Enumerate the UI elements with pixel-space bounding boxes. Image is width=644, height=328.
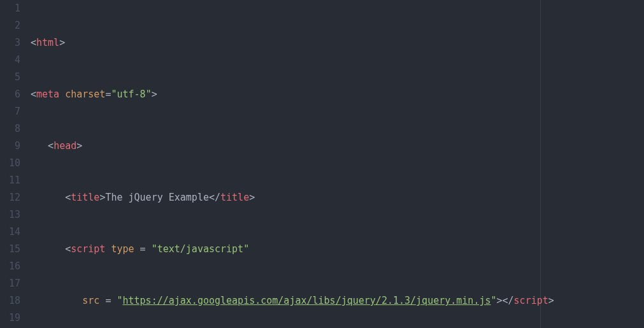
string: "utf-8" bbox=[111, 89, 151, 100]
punct: > bbox=[59, 37, 65, 48]
attr-name: src bbox=[82, 295, 99, 306]
punct: </ bbox=[503, 295, 514, 306]
tag-name: title bbox=[71, 192, 99, 203]
line-number: 15 bbox=[0, 241, 20, 258]
code-editor[interactable]: <html> <meta charset="utf-8"> <head> <ti… bbox=[31, 0, 554, 328]
indent bbox=[31, 140, 48, 152]
line-number: 5 bbox=[0, 69, 20, 86]
line-number: 2 bbox=[0, 17, 20, 34]
tag-name: script bbox=[71, 243, 105, 255]
indent bbox=[31, 295, 82, 306]
punct: > bbox=[548, 295, 554, 306]
line-number: 4 bbox=[0, 52, 20, 69]
code-line[interactable]: <script type = "text/javascript" bbox=[31, 241, 554, 258]
punct: </ bbox=[209, 192, 220, 203]
tag-name: script bbox=[514, 295, 548, 306]
line-number: 3 bbox=[0, 34, 20, 52]
line-number: 7 bbox=[0, 103, 20, 120]
punct: < bbox=[65, 243, 71, 255]
indent bbox=[31, 192, 65, 203]
tag-name: title bbox=[220, 192, 249, 203]
punct: < bbox=[31, 37, 36, 48]
punct: = bbox=[99, 295, 117, 306]
code-line[interactable]: <meta charset="utf-8"> bbox=[31, 86, 554, 103]
code-line[interactable]: <title>The jQuery Example</title> bbox=[31, 189, 554, 206]
punct: < bbox=[65, 192, 71, 203]
tag-name: meta bbox=[36, 89, 59, 100]
indent bbox=[31, 243, 65, 255]
punct: < bbox=[48, 140, 54, 152]
line-number: 6 bbox=[0, 86, 20, 103]
tag-name: head bbox=[54, 140, 76, 152]
punct: < bbox=[31, 89, 36, 100]
line-number: 8 bbox=[0, 120, 20, 138]
line-number: 14 bbox=[0, 224, 20, 241]
line-number: 18 bbox=[0, 292, 20, 310]
punct: = bbox=[134, 243, 152, 255]
line-number: 9 bbox=[0, 138, 20, 155]
line-number: 13 bbox=[0, 206, 20, 224]
line-number: 11 bbox=[0, 172, 20, 189]
code-line[interactable]: src = "https://ajax.googleapis.com/ajax/… bbox=[31, 292, 554, 310]
string: "text/javascript" bbox=[152, 243, 250, 255]
attr-name: charset bbox=[65, 89, 105, 100]
line-number: 19 bbox=[0, 310, 20, 327]
punct: > bbox=[152, 89, 157, 100]
line-number: 16 bbox=[0, 258, 20, 275]
line-number: 17 bbox=[0, 275, 20, 292]
space bbox=[59, 89, 65, 100]
line-number: 10 bbox=[0, 155, 20, 172]
punct: > bbox=[76, 140, 82, 152]
text-content: The jQuery Example bbox=[105, 192, 209, 203]
line-number-gutter: 1 2 3 4 5 6 7 8 9 10 11 12 13 14 15 16 1… bbox=[0, 0, 27, 327]
tag-name: html bbox=[36, 37, 59, 48]
attr-name: type bbox=[111, 243, 134, 255]
code-line[interactable]: <head> bbox=[31, 138, 554, 155]
code-line[interactable]: <html> bbox=[31, 34, 554, 52]
punct: > bbox=[497, 295, 503, 306]
url-link[interactable]: https://ajax.googleapis.com/ajax/libs/jq… bbox=[123, 295, 491, 306]
line-number: 12 bbox=[0, 189, 20, 206]
string: "https://ajax.googleapis.com/ajax/libs/j… bbox=[117, 295, 496, 306]
punct: > bbox=[249, 192, 255, 203]
line-number: 1 bbox=[0, 0, 20, 17]
